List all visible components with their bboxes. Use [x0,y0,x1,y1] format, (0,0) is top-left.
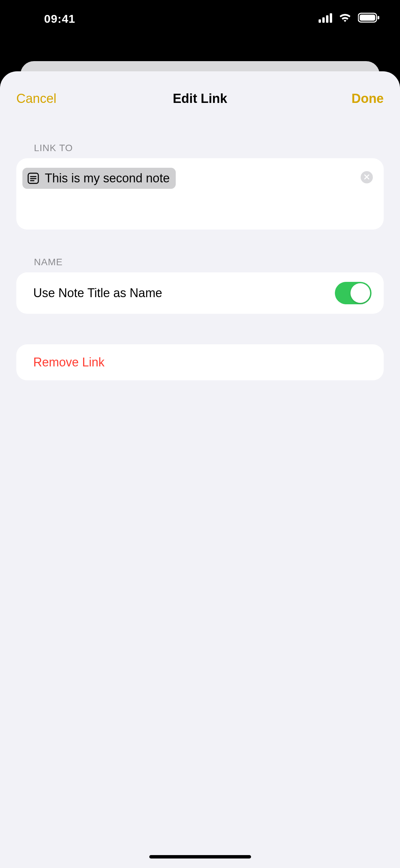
linked-note-title: This is my second note [45,171,170,185]
cancel-button[interactable]: Cancel [16,91,71,106]
edit-link-modal: Cancel Edit Link Done LINK TO This is my… [0,71,400,868]
svg-rect-5 [360,15,375,21]
link-to-section-label: LINK TO [0,143,400,153]
svg-rect-6 [378,16,379,19]
svg-rect-1 [322,17,325,23]
use-note-title-row: Use Note Title as Name [16,272,384,314]
modal-header: Cancel Edit Link Done [0,85,400,112]
use-note-title-toggle[interactable] [335,282,372,304]
remove-link-label: Remove Link [33,355,104,369]
linked-note-chip[interactable]: This is my second note [22,168,176,189]
svg-rect-0 [319,19,321,23]
svg-rect-2 [326,15,328,23]
link-to-field[interactable]: This is my second note [16,158,384,230]
status-indicators [319,12,380,25]
status-time: 09:41 [44,12,75,25]
wifi-icon [338,12,352,25]
clear-link-button[interactable] [361,171,373,183]
cellular-icon [319,12,332,25]
remove-link-button[interactable]: Remove Link [16,344,384,380]
toggle-knob [350,283,370,303]
close-icon [364,173,369,182]
name-section-label: NAME [0,257,400,268]
home-indicator[interactable] [149,855,251,858]
use-note-title-label: Use Note Title as Name [33,286,162,300]
modal-title: Edit Link [173,91,227,106]
status-bar: 09:41 [0,0,400,37]
battery-icon [358,12,380,25]
done-button[interactable]: Done [329,91,384,106]
svg-rect-3 [330,13,332,23]
note-icon [26,171,40,185]
